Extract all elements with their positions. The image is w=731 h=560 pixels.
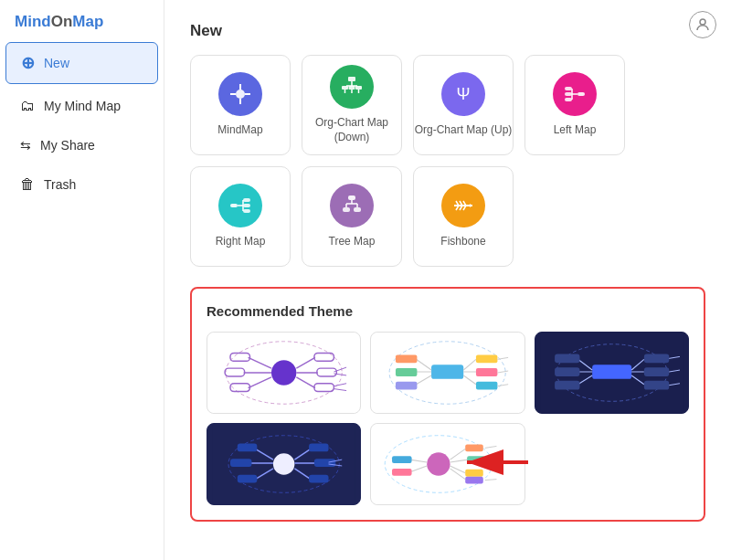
- svg-rect-18: [565, 87, 572, 90]
- sidebar-item-trash-label: Trash: [44, 177, 76, 192]
- svg-rect-70: [396, 382, 417, 390]
- treemap-card-icon: [330, 184, 374, 227]
- svg-rect-102: [238, 444, 258, 452]
- svg-point-45: [271, 360, 296, 385]
- svg-rect-119: [466, 444, 484, 451]
- svg-rect-84: [555, 354, 579, 363]
- svg-rect-26: [243, 209, 250, 213]
- sidebar-item-trash[interactable]: 🗑 Trash: [5, 166, 158, 203]
- theme-card-4[interactable]: [207, 423, 361, 505]
- map-card-treemap[interactable]: Tree Map: [302, 166, 402, 267]
- svg-rect-66: [396, 354, 417, 363]
- svg-text:Ψ: Ψ: [456, 85, 470, 103]
- orgdown-card-icon: [330, 65, 374, 109]
- orgup-card-label: Org-Chart Map (Up): [415, 123, 513, 138]
- svg-rect-125: [466, 477, 484, 484]
- user-avatar[interactable]: [689, 11, 716, 38]
- recommended-title: Recommended Theme: [207, 303, 689, 319]
- recommended-section: Recommended Theme: [190, 287, 705, 522]
- svg-rect-68: [396, 368, 417, 376]
- mindmap-card-label: MindMap: [217, 123, 262, 138]
- svg-rect-112: [309, 475, 329, 483]
- svg-rect-72: [476, 354, 497, 363]
- theme-card-5[interactable]: [370, 423, 524, 505]
- main-content: New MindMap: [164, 0, 731, 560]
- svg-point-100: [273, 453, 294, 474]
- svg-rect-28: [348, 195, 355, 200]
- theme-card-3[interactable]: [535, 332, 689, 414]
- svg-marker-42: [470, 204, 472, 207]
- user-icon-area: [689, 11, 716, 38]
- sidebar-item-mymindmap[interactable]: 🗂 My Mind Map: [5, 88, 158, 124]
- map-card-leftmap[interactable]: Left Map: [524, 55, 625, 155]
- map-card-mindmap[interactable]: MindMap: [190, 55, 291, 155]
- map-card-rightmap[interactable]: Right Map: [190, 166, 291, 267]
- orgdown-card-label: Org-Chart Map(Down): [315, 116, 388, 144]
- svg-rect-16: [577, 92, 585, 96]
- svg-rect-10: [349, 86, 355, 90]
- svg-rect-33: [343, 207, 350, 212]
- sidebar-item-mymindmap-label: My Mind Map: [44, 99, 121, 113]
- map-card-orgdown[interactable]: Org-Chart Map(Down): [302, 55, 402, 155]
- map-card-orgup[interactable]: Ψ Org-Chart Map (Up): [413, 55, 514, 155]
- svg-rect-108: [309, 444, 329, 452]
- sidebar-item-new-label: New: [44, 56, 69, 70]
- theme-card-2[interactable]: [370, 332, 524, 414]
- svg-rect-123: [466, 470, 484, 477]
- theme-grid: [207, 332, 689, 505]
- svg-rect-19: [565, 92, 572, 96]
- svg-rect-121: [468, 456, 486, 463]
- map-card-fishbone[interactable]: Fishbone: [413, 166, 514, 267]
- svg-rect-94: [644, 381, 669, 390]
- svg-rect-74: [476, 368, 497, 376]
- theme-card-1[interactable]: [207, 332, 361, 414]
- svg-rect-64: [431, 365, 463, 379]
- svg-rect-92: [644, 367, 669, 376]
- orgup-card-icon: Ψ: [441, 72, 485, 116]
- plus-icon: ⊕: [21, 53, 35, 73]
- theme-card-5-wrapper: [370, 423, 524, 505]
- logo-text: MindOnMap: [15, 13, 103, 31]
- sidebar-item-myshare-label: My Share: [40, 138, 95, 153]
- svg-rect-129: [392, 469, 412, 476]
- share-icon: ⇆: [20, 138, 31, 153]
- svg-rect-22: [230, 204, 238, 207]
- svg-point-1: [236, 90, 245, 99]
- svg-rect-20: [565, 98, 572, 101]
- svg-rect-11: [355, 86, 362, 90]
- svg-rect-34: [354, 207, 361, 212]
- svg-rect-6: [348, 77, 355, 81]
- svg-rect-110: [314, 459, 335, 467]
- svg-rect-86: [555, 367, 579, 376]
- fishbone-card-label: Fishbone: [440, 235, 485, 249]
- sidebar: MindOnMap ⊕ New 🗂 My Mind Map ⇆ My Share…: [0, 0, 164, 560]
- treemap-card-label: Tree Map: [329, 235, 376, 249]
- svg-rect-76: [476, 382, 497, 390]
- mindmap-icon: 🗂: [20, 98, 35, 114]
- trash-icon: 🗑: [20, 176, 35, 193]
- svg-point-117: [428, 452, 450, 475]
- svg-rect-88: [555, 381, 579, 390]
- svg-rect-9: [342, 86, 348, 90]
- rightmap-card-icon: [218, 184, 262, 227]
- map-type-grid: MindMap Org-Chart Map(Down): [190, 55, 705, 267]
- leftmap-card-icon: [553, 72, 597, 116]
- logo: MindOnMap: [0, 0, 164, 40]
- new-section-title: New: [190, 22, 705, 40]
- rightmap-card-label: Right Map: [216, 235, 266, 249]
- fishbone-card-icon: [441, 184, 485, 227]
- svg-rect-82: [592, 365, 631, 379]
- sidebar-item-myshare[interactable]: ⇆ My Share: [5, 128, 158, 163]
- svg-rect-90: [644, 354, 669, 363]
- svg-rect-106: [238, 475, 258, 483]
- mindmap-card-icon: [218, 72, 262, 116]
- leftmap-card-label: Left Map: [554, 123, 597, 138]
- svg-rect-25: [243, 204, 250, 207]
- sidebar-item-new[interactable]: ⊕ New: [5, 42, 158, 84]
- svg-point-0: [700, 19, 705, 25]
- svg-rect-127: [392, 456, 412, 463]
- svg-rect-24: [243, 198, 250, 202]
- svg-rect-104: [230, 459, 251, 467]
